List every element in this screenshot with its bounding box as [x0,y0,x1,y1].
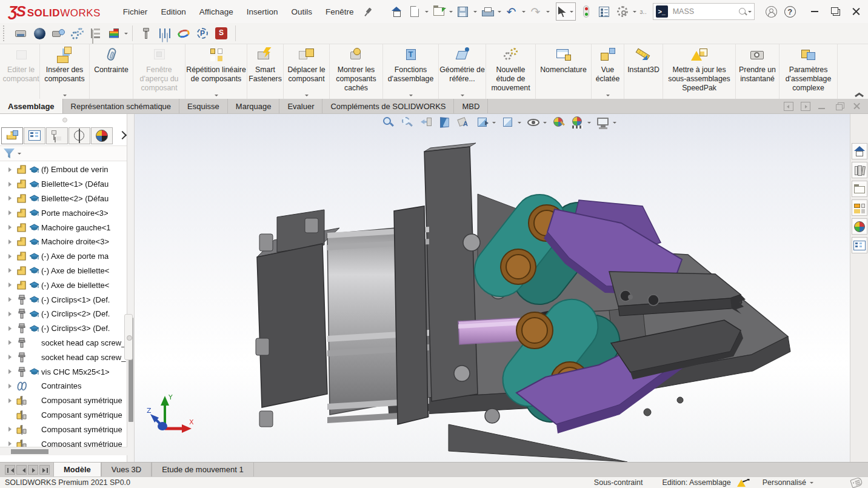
document-tab[interactable]: Vues 3D [101,463,152,476]
expand-arrow-icon[interactable] [8,355,12,359]
taskpane-palette-button[interactable] [852,199,867,216]
save-button[interactable] [455,4,471,19]
ribbon-button-dropdown[interactable] [305,95,309,96]
ribbon-button[interactable]: Insérer des composants [40,44,90,99]
tree-item[interactable]: vis CHC M5x25<1> [0,364,127,379]
new-document-dropdown[interactable] [425,11,429,13]
fastener-icon[interactable] [139,26,154,41]
tree-item[interactable]: Biellette<2> (Défau [0,192,127,206]
graphics-viewport[interactable]: Y X Z [135,114,850,462]
ribbon-button-dropdown[interactable] [215,95,218,96]
menu-item[interactable]: Insertion [240,7,285,16]
dimxpert-tab[interactable] [68,127,90,144]
restore-button[interactable] [825,2,846,21]
expand-arrow-icon[interactable] [8,167,12,172]
ribbon-button-dropdown[interactable] [409,95,413,96]
tree-item[interactable]: socket head cap screw_i [0,336,127,350]
3d-model-gripper-assembly[interactable] [135,114,850,462]
expand-arrow-icon[interactable] [8,210,12,215]
save-dropdown[interactable] [473,11,477,13]
tree-item[interactable]: socket head cap screw_i [0,350,127,364]
scrollbar-thumb[interactable] [11,449,48,454]
expand-arrow-icon[interactable] [8,398,12,403]
gear-train-icon[interactable] [70,26,85,41]
ribbon-button[interactable]: Déplacer le composant [284,44,330,99]
performance-warning-icon[interactable] [737,478,752,487]
previous-tab-button[interactable] [16,465,27,475]
taskpane-file-explorer-button[interactable] [852,181,867,197]
expand-arrow-icon[interactable] [8,225,12,230]
surface-analysis-icon[interactable] [107,26,122,41]
ribbon-button-dropdown[interactable] [63,95,67,96]
search-icon[interactable] [739,8,747,16]
assembly-visualization-icon[interactable] [13,26,28,41]
appearance-sphere-icon[interactable] [32,26,47,41]
close-button[interactable] [846,2,866,21]
expand-arrow-icon[interactable] [8,239,12,244]
ribbon-button[interactable]: Répétition linéaire de composants [185,44,247,99]
tree-item[interactable]: (f) Embout de verin [0,162,127,177]
tree-item[interactable]: Contraintes [0,379,127,393]
print-dropdown[interactable] [498,11,501,13]
tree-item[interactable]: (-) Axe de porte ma [0,249,127,264]
tree-item[interactable]: Machoire gauche<1 [0,220,127,235]
rotate-part-icon[interactable] [195,26,210,41]
expand-arrow-icon[interactable] [8,340,12,345]
select-tool-button[interactable] [556,2,576,21]
pin-menu-icon[interactable] [363,7,373,16]
expand-arrow-icon[interactable] [8,182,12,187]
file-properties-button[interactable] [596,4,612,19]
collapse-ribbon-icon[interactable] [855,90,863,95]
taskpane-library-button[interactable] [852,162,867,178]
display-mode-dropdown[interactable] [810,482,813,484]
print-button[interactable] [479,4,495,19]
home-button[interactable] [389,4,404,19]
tree-item[interactable]: Porte machoire<3> [0,206,127,220]
ribbon-button[interactable]: Montrer les composants cachés [330,44,383,99]
help-icon[interactable]: ? [784,6,796,18]
login-user-icon[interactable] [766,6,777,18]
tree-vertical-scrollbar[interactable] [127,114,135,462]
ribbon-tab[interactable]: Représentation schématique [63,99,180,113]
curvature-icon[interactable] [176,26,192,41]
ribbon-button[interactable]: Fenêtre d'aperçu du composant [133,44,185,99]
ribbon-button[interactable]: Vue éclatée [592,44,624,99]
ribbon-button[interactable]: Géométrie de référe... [439,44,486,99]
new-document-button[interactable] [407,4,422,19]
menu-item[interactable]: Edition [154,7,192,16]
tree-item[interactable]: (-) Circlips<1> (Def. [0,292,127,307]
ribbon-tab[interactable]: Assemblage [0,99,63,113]
doc-restore-icon[interactable] [834,101,845,111]
first-tab-button[interactable] [5,465,15,475]
search-dropdown[interactable] [748,11,752,13]
tree-item[interactable]: Composant symétrique [0,408,127,423]
undo-dropdown[interactable] [522,11,526,13]
expand-arrow-icon[interactable] [8,297,12,302]
expand-arrow-icon[interactable] [8,268,12,273]
tree-item[interactable]: Biellette<1> (Défau [0,177,127,192]
taskpane-resources-button[interactable] [852,143,867,159]
expand-arrow-icon[interactable] [8,369,12,374]
tree-item[interactable]: Composant symétrique [0,422,127,436]
ribbon-button[interactable]: Editer le composant [2,44,40,99]
doc-minimize-icon[interactable] [817,101,828,111]
tag-icon[interactable] [850,477,863,488]
command-search[interactable]: >_ [653,3,755,20]
undo-button[interactable]: ↶ [504,4,519,19]
structure-tree-icon[interactable] [88,26,104,41]
pane-left-icon[interactable] [783,101,794,111]
ribbon-button[interactable]: Smart Fasteners [247,44,284,99]
propertymanager-tab[interactable] [24,127,45,144]
expand-arrow-icon[interactable] [8,384,12,389]
ribbon-button-dropdown[interactable] [461,95,464,96]
ribbon-button[interactable]: Nouvelle étude de mouvement [486,44,536,99]
menu-item[interactable]: Affichage [193,7,240,16]
configurationmanager-tab[interactable] [46,127,68,144]
filter-icon[interactable] [4,149,15,158]
last-tab-button[interactable] [39,465,50,475]
next-tab-button[interactable] [28,465,38,475]
toolbar-drag-handle[interactable] [3,25,7,41]
ribbon-tab[interactable]: Compléments de SOLIDWORKS [322,99,454,113]
expand-arrow-icon[interactable] [8,441,12,446]
featuremanager-tab[interactable] [1,127,23,144]
